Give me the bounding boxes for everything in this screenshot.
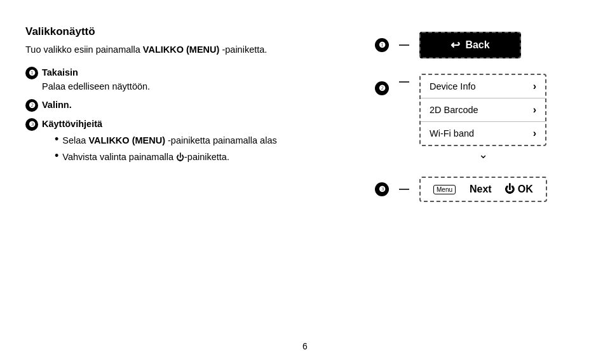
list-item-1: ❶ Takaisin Palaa edelliseen näyttöön. xyxy=(25,66,362,94)
bullet-dot-1: • xyxy=(55,133,58,148)
item-1-text: Takaisin Palaa edelliseen näyttöön. xyxy=(42,66,150,94)
menu-item-label-3: Wi-Fi band xyxy=(430,128,474,138)
item-2-title: Valinn. xyxy=(42,100,72,110)
ok-label: OK xyxy=(518,184,533,195)
right-column: ❶ ↩ Back ❷ Device Info › 2D Barcode › xyxy=(375,19,585,345)
bullet-1-text: Selaa VALIKKO (MENU) -painiketta painama… xyxy=(62,134,276,148)
power-icon: ⏻ xyxy=(505,184,515,195)
item-1-title: Takaisin xyxy=(42,67,78,78)
page-number: 6 xyxy=(302,341,308,351)
bullet-1: • Selaa VALIKKO (MENU) -painiketta paina… xyxy=(55,134,277,148)
next-label: Next xyxy=(470,184,492,195)
diag-circle-3: ❸ xyxy=(375,182,389,196)
bullet-list: • Selaa VALIKKO (MENU) -painiketta paina… xyxy=(55,134,277,165)
circle-3: ❸ xyxy=(25,118,38,131)
chevron-right-1: › xyxy=(533,81,536,92)
menu-item-wifi-band: Wi-Fi band › xyxy=(421,122,545,145)
item-2-text: Valinn. xyxy=(42,98,72,112)
down-arrow-area: ⌄ xyxy=(478,146,488,163)
back-button-box: ↩ Back xyxy=(419,32,521,58)
diag-circle-1: ❶ xyxy=(375,38,389,52)
bullet-2-text: Vahvista valinta painamalla ⏻-painiketta… xyxy=(62,151,229,165)
connector-2 xyxy=(399,81,409,83)
connector-1 xyxy=(399,44,409,46)
list-item-3: ❸ Käyttövihjeitä • Selaa VALIKKO (MENU) … xyxy=(25,118,362,166)
item-3-title: Käyttövihjeitä xyxy=(42,119,102,129)
circle-2: ❷ xyxy=(25,99,38,112)
chevron-right-3: › xyxy=(533,128,536,139)
back-arrow-icon: ↩ xyxy=(451,38,460,52)
menu-item-device-info: Device Info › xyxy=(421,75,545,98)
bullet-dot-2: • xyxy=(55,150,58,165)
ok-area: ⏻ OK xyxy=(505,184,533,195)
left-column: Valikkonäyttö Tuo valikko esiin painamal… xyxy=(25,19,375,345)
diagram-row-2: ❷ Device Info › 2D Barcode › Wi-Fi band … xyxy=(375,74,585,163)
menu-item-label-2: 2D Barcode xyxy=(430,105,478,115)
diag-circle-2: ❷ xyxy=(375,81,389,95)
menu-item-2d-barcode: 2D Barcode › xyxy=(421,98,545,122)
item-3-text: Käyttövihjeitä • Selaa VALIKKO (MENU) -p… xyxy=(42,118,277,166)
menu-item-label-1: Device Info xyxy=(430,81,476,91)
diagram-row-1: ❶ ↩ Back xyxy=(375,32,585,58)
diagram-row-3: ❸ Menu Next ⏻ OK xyxy=(375,177,585,202)
next-ok-box: Menu Next ⏻ OK xyxy=(419,177,547,202)
item-1-desc: Palaa edelliseen näyttöön. xyxy=(42,81,150,91)
bullet-2: • Vahvista valinta painamalla ⏻-painiket… xyxy=(55,151,277,165)
intro-text: Tuo valikko esiin painamalla VALIKKO (ME… xyxy=(25,43,362,57)
circle-1: ❶ xyxy=(25,67,38,79)
connector-3 xyxy=(399,189,409,190)
down-arrow-icon: ⌄ xyxy=(478,147,488,161)
section-title: Valikkonäyttö xyxy=(25,25,362,38)
list-item-2: ❷ Valinn. xyxy=(25,98,362,112)
menu-items-box: Device Info › 2D Barcode › Wi-Fi band › xyxy=(419,74,546,146)
chevron-right-2: › xyxy=(533,104,536,116)
back-label: Back xyxy=(465,39,489,51)
menu-small-label: Menu xyxy=(433,185,456,194)
